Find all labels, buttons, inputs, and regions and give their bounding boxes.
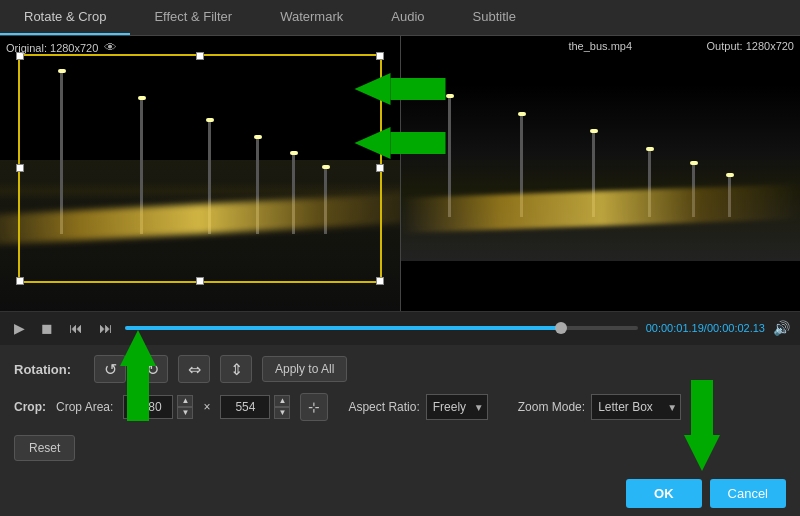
crop-handle-tr[interactable] <box>376 52 384 60</box>
rotation-row: Rotation: ↺ ↻ ⇔ ⇕ Apply to All <box>14 355 786 383</box>
pole-light <box>590 129 598 133</box>
scrubber-fill <box>125 326 561 330</box>
zoom-mode-group: Zoom Mode: Letter Box Pan & Scan Full ▼ <box>518 394 681 420</box>
tab-watermark[interactable]: Watermark <box>256 0 367 35</box>
cancel-button[interactable]: Cancel <box>710 479 786 508</box>
right-video-canvas <box>401 36 801 311</box>
pole-light <box>446 94 454 98</box>
tab-subtitle[interactable]: Subtitle <box>449 0 540 35</box>
reset-button[interactable]: Reset <box>14 435 75 461</box>
prev-frame-button[interactable]: ⏮ <box>65 318 87 338</box>
video-filename: the_bus.mp4 <box>568 40 632 52</box>
crop-height-group: ▲ ▼ <box>220 395 290 419</box>
bottom-row: OK Cancel <box>0 471 800 516</box>
crop-handle-lm[interactable] <box>16 164 24 172</box>
original-res-label: Original: 1280x720 👁 <box>6 40 117 55</box>
crop-height-input[interactable] <box>220 395 270 419</box>
crop-width-group: ▲ ▼ <box>123 395 193 419</box>
rotate-cw-button[interactable]: ↻ <box>136 355 168 383</box>
play-button[interactable]: ▶ <box>10 318 29 338</box>
main-content: Original: 1280x720 👁 <box>0 36 800 516</box>
crop-height-down[interactable]: ▼ <box>274 407 290 419</box>
aspect-ratio-select-wrapper: Freely 16:9 4:3 1:1 ▼ <box>426 394 488 420</box>
right-scene-bg <box>401 36 801 311</box>
zoom-mode-select-wrapper: Letter Box Pan & Scan Full ▼ <box>591 394 681 420</box>
flip-horizontal-button[interactable]: ⇔ <box>178 355 210 383</box>
crop-area-label: Crop Area: <box>56 400 113 414</box>
crop-handle-bl[interactable] <box>16 277 24 285</box>
crop-width-input[interactable] <box>123 395 173 419</box>
tab-rotate-crop[interactable]: Rotate & Crop <box>0 0 130 35</box>
crop-handle-rm[interactable] <box>376 164 384 172</box>
ok-button[interactable]: OK <box>626 479 702 508</box>
crop-handle-br[interactable] <box>376 277 384 285</box>
crop-x-separator: × <box>203 400 210 414</box>
right-scene-inner <box>401 85 801 261</box>
tab-effect-filter[interactable]: Effect & Filter <box>130 0 256 35</box>
video-area: Original: 1280x720 👁 <box>0 36 800 311</box>
flip-vertical-button[interactable]: ⇕ <box>220 355 252 383</box>
light-trail-right <box>401 184 801 233</box>
pole-light <box>518 112 526 116</box>
crop-height-up[interactable]: ▲ <box>274 395 290 407</box>
volume-icon[interactable]: 🔊 <box>773 320 790 336</box>
eye-icon[interactable]: 👁 <box>104 40 117 55</box>
zoom-mode-select[interactable]: Letter Box Pan & Scan Full <box>591 394 681 420</box>
aspect-ratio-select[interactable]: Freely 16:9 4:3 1:1 <box>426 394 488 420</box>
crop-overlay[interactable] <box>18 54 382 283</box>
left-scene-bg <box>0 36 400 311</box>
crop-handle-bm[interactable] <box>196 277 204 285</box>
crop-label: Crop: <box>14 400 46 414</box>
crop-height-spinners: ▲ ▼ <box>274 395 290 419</box>
rotate-ccw-button[interactable]: ↺ <box>94 355 126 383</box>
pole-light <box>726 173 734 177</box>
rotation-label: Rotation: <box>14 362 84 377</box>
crop-width-spinners: ▲ ▼ <box>177 395 193 419</box>
crop-width-down[interactable]: ▼ <box>177 407 193 419</box>
output-res-label: Output: 1280x720 <box>707 40 794 52</box>
time-display: 00:00:01.19/00:00:02.13 <box>646 322 765 334</box>
apply-all-button[interactable]: Apply to All <box>262 356 347 382</box>
stop-button[interactable]: ◼ <box>37 318 57 338</box>
pole-light <box>690 161 698 165</box>
crop-handle-tm[interactable] <box>196 52 204 60</box>
next-frame-button[interactable]: ⏭ <box>95 318 117 338</box>
crop-width-up[interactable]: ▲ <box>177 395 193 407</box>
scrubber-track[interactable] <box>125 326 638 330</box>
pole-light <box>646 147 654 151</box>
zoom-mode-label: Zoom Mode: <box>518 400 585 414</box>
timeline: ▶ ◼ ⏮ ⏭ 00:00:01.19/00:00:02.13 🔊 <box>0 311 800 345</box>
left-video-canvas <box>0 36 400 311</box>
tab-bar: Rotate & Crop Effect & Filter Watermark … <box>0 0 800 36</box>
tab-audio[interactable]: Audio <box>367 0 448 35</box>
controls-area: Rotation: ↺ ↻ ⇔ ⇕ Apply to All Crop: Cro… <box>0 345 800 471</box>
scrubber-thumb[interactable] <box>555 322 567 334</box>
crop-row: Crop: Crop Area: ▲ ▼ × ▲ ▼ ⊹ Aspect Rati… <box>14 393 786 421</box>
letterbox-bottom <box>401 261 801 310</box>
aspect-ratio-label: Aspect Ratio: <box>348 400 419 414</box>
video-panel-right: the_bus.mp4 Output: 1280x720 <box>401 36 801 311</box>
center-crop-button[interactable]: ⊹ <box>300 393 328 421</box>
video-panel-left: Original: 1280x720 👁 <box>0 36 401 311</box>
aspect-ratio-group: Aspect Ratio: Freely 16:9 4:3 1:1 ▼ <box>348 394 487 420</box>
